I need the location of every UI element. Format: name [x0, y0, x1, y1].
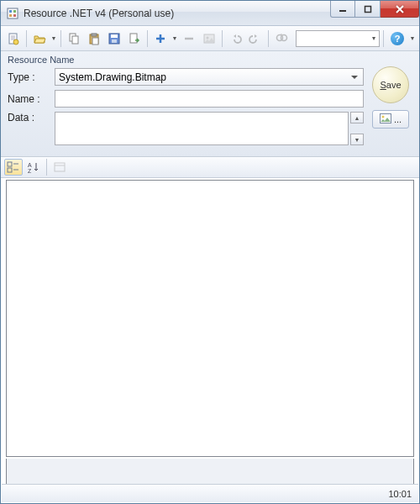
image-edit-button[interactable] [200, 29, 218, 48]
add-button[interactable] [151, 29, 170, 48]
remove-button[interactable] [180, 29, 198, 48]
type-label: Type : [8, 71, 55, 83]
undo-button[interactable] [226, 29, 244, 48]
browse-button[interactable]: ... [372, 110, 409, 129]
name-input[interactable] [55, 90, 364, 108]
help-button[interactable]: ? [391, 32, 404, 45]
app-icon [6, 7, 19, 20]
svg-point-21 [281, 34, 287, 40]
svg-text:Z: Z [28, 168, 32, 173]
close-button[interactable] [381, 1, 419, 18]
data-label: Data : [8, 112, 55, 123]
toolbar-separator [46, 159, 47, 176]
data-spin-down[interactable]: ▼ [350, 134, 364, 145]
type-select[interactable]: System.Drawing.Bitmap [55, 68, 364, 86]
svg-rect-16 [112, 39, 117, 43]
toolbar-combo[interactable] [296, 30, 380, 47]
type-value: System.Drawing.Bitmap [59, 71, 166, 83]
image-icon [380, 113, 391, 125]
property-toolbar: A Z [1, 157, 419, 178]
paste-button[interactable] [85, 29, 103, 48]
minimize-button[interactable] [330, 1, 355, 18]
status-bar: 10:01 [2, 484, 418, 502]
toolbar-separator [268, 30, 269, 47]
find-button[interactable] [272, 29, 291, 48]
svg-rect-10 [72, 36, 78, 44]
svg-rect-3 [9, 14, 12, 17]
browse-label: ... [394, 114, 402, 124]
svg-rect-0 [8, 8, 18, 18]
redo-button[interactable] [246, 29, 265, 48]
property-grid[interactable] [6, 180, 414, 457]
svg-rect-12 [92, 34, 97, 36]
toolbar-separator [147, 30, 148, 47]
open-button[interactable] [30, 29, 49, 48]
svg-rect-4 [13, 14, 16, 17]
save-label: Save [380, 80, 401, 90]
maximize-button[interactable] [355, 1, 381, 18]
svg-text:A: A [28, 162, 32, 168]
svg-point-19 [207, 36, 209, 39]
save-button[interactable] [105, 29, 123, 48]
name-label: Name : [8, 93, 55, 105]
new-resource-button[interactable] [4, 29, 23, 48]
svg-rect-13 [92, 38, 98, 45]
toolbar-separator [383, 30, 384, 47]
alphabetical-view-button[interactable]: A Z [24, 159, 43, 176]
svg-rect-15 [111, 34, 118, 38]
add-dropdown-icon[interactable]: ▼ [171, 35, 178, 41]
categorized-view-button[interactable] [4, 159, 23, 176]
property-pages-button [50, 159, 69, 176]
main-toolbar: ▼ ▼ [1, 26, 419, 51]
status-time: 10:01 [388, 489, 412, 499]
toolbar-separator [26, 30, 27, 47]
window-title: Resource .NET v4 (Personal use) [24, 8, 174, 19]
svg-point-8 [13, 39, 18, 45]
open-dropdown-icon[interactable]: ▼ [50, 35, 57, 41]
svg-rect-24 [8, 162, 12, 166]
svg-rect-2 [13, 10, 16, 13]
title-bar: Resource .NET v4 (Personal use) [1, 1, 419, 26]
help-dropdown-icon[interactable]: ▼ [409, 35, 416, 41]
svg-rect-1 [9, 10, 12, 13]
help-icon: ? [395, 34, 401, 44]
data-textarea[interactable] [55, 112, 349, 145]
save-button[interactable]: Save [372, 66, 409, 103]
svg-rect-28 [55, 163, 65, 171]
copy-button[interactable] [65, 29, 83, 48]
data-spin-up[interactable]: ▲ [350, 112, 364, 123]
toolbar-separator [60, 30, 61, 47]
export-button[interactable] [125, 29, 144, 48]
svg-point-23 [381, 116, 384, 118]
form-header: Resource Name [8, 55, 412, 65]
toolbar-separator [222, 30, 223, 47]
svg-rect-25 [8, 168, 12, 172]
resource-form-panel: Resource Name Type : System.Drawing.Bitm… [1, 51, 419, 157]
svg-rect-17 [130, 34, 137, 43]
svg-rect-6 [365, 6, 370, 12]
